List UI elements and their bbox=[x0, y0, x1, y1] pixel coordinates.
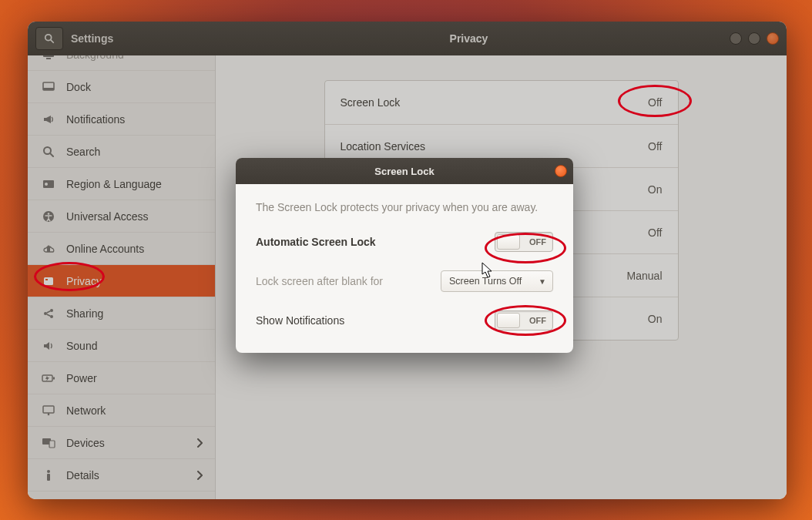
titlebar: Settings Privacy bbox=[28, 22, 787, 55]
svg-rect-25 bbox=[49, 441, 55, 448]
sidebar-item-network[interactable]: Network bbox=[28, 394, 215, 427]
sidebar-item-label: Background bbox=[66, 55, 124, 61]
svg-point-17 bbox=[50, 309, 53, 312]
privacy-row-label: Location Services bbox=[341, 140, 426, 153]
privacy-icon bbox=[42, 274, 55, 288]
sidebar-item-label: Devices bbox=[66, 437, 105, 449]
battery-icon bbox=[42, 371, 55, 385]
sidebar-item-online-accounts[interactable]: Online Accounts bbox=[28, 233, 215, 265]
sidebar-item-label: Universal Access bbox=[66, 210, 149, 223]
sidebar-item-region-language[interactable]: Region & Language bbox=[28, 168, 215, 200]
chevron-down-icon: ▼ bbox=[539, 277, 546, 286]
sidebar-item-label: Search bbox=[66, 146, 100, 158]
svg-rect-5 bbox=[43, 88, 54, 90]
details-icon bbox=[42, 468, 55, 482]
sidebar-item-label: Network bbox=[66, 404, 106, 417]
privacy-row-value: Off bbox=[648, 140, 662, 153]
sidebar-title: Settings bbox=[71, 32, 113, 45]
page-title: Privacy bbox=[450, 32, 488, 45]
auto-lock-value: OFF bbox=[529, 237, 546, 247]
cloud-icon bbox=[42, 242, 55, 256]
privacy-row-value: Off bbox=[648, 96, 662, 109]
share-icon bbox=[42, 307, 55, 320]
auto-lock-toggle[interactable]: OFF bbox=[495, 232, 553, 252]
sidebar-item-label: Region & Language bbox=[66, 178, 162, 190]
sidebar-item-privacy[interactable]: Privacy bbox=[28, 265, 215, 297]
svg-point-26 bbox=[47, 470, 50, 473]
svg-rect-23 bbox=[48, 413, 49, 414]
blank-lock-label: Lock screen after blank for bbox=[256, 275, 441, 287]
sidebar-item-power[interactable]: Power bbox=[28, 362, 215, 394]
sidebar-item-background[interactable]: Background bbox=[28, 55, 215, 71]
dialog-description: The Screen Lock protects your privacy wh… bbox=[256, 201, 553, 213]
chevron-right-icon bbox=[196, 438, 203, 448]
sidebar-item-label: Notifications bbox=[66, 113, 125, 126]
show-notifications-toggle[interactable]: OFF bbox=[495, 310, 553, 330]
sidebar-item-sharing[interactable]: Sharing bbox=[28, 297, 215, 330]
svg-rect-15 bbox=[45, 283, 52, 283]
sidebar-item-label: Privacy bbox=[66, 275, 102, 287]
maximize-button[interactable] bbox=[748, 32, 760, 45]
dialog-titlebar: Screen Lock bbox=[236, 158, 573, 184]
sidebar-item-label: Details bbox=[66, 469, 99, 481]
sidebar-item-details[interactable]: Details bbox=[28, 459, 215, 491]
svg-rect-2 bbox=[43, 55, 54, 57]
privacy-row-value: Manual bbox=[627, 270, 663, 282]
megaphone-icon bbox=[42, 112, 55, 126]
sidebar-item-universal-access[interactable]: Universal Access bbox=[28, 200, 215, 233]
svg-rect-20 bbox=[53, 377, 55, 379]
sidebar-item-label: Online Accounts bbox=[66, 243, 144, 255]
speaker-icon bbox=[42, 339, 55, 353]
sidebar-item-sound[interactable]: Sound bbox=[28, 330, 215, 362]
sidebar-item-label: Sound bbox=[66, 340, 97, 352]
chevron-right-icon bbox=[196, 471, 203, 480]
sidebar-item-label: Sharing bbox=[66, 307, 103, 320]
svg-rect-21 bbox=[43, 406, 54, 413]
blank-lock-value: Screen Turns Off bbox=[449, 276, 522, 287]
sidebar: BackgroundDockNotificationsSearchRegion … bbox=[28, 55, 216, 499]
show-notifications-label: Show Notifications bbox=[256, 314, 495, 327]
sidebar-item-dock[interactable]: Dock bbox=[28, 71, 215, 103]
search-button[interactable] bbox=[35, 27, 63, 50]
privacy-row[interactable]: Screen LockOff bbox=[325, 81, 678, 124]
network-icon bbox=[42, 404, 55, 418]
dialog-close-button[interactable] bbox=[555, 165, 567, 177]
devices-icon bbox=[42, 436, 55, 450]
svg-line-1 bbox=[51, 40, 53, 42]
svg-point-9 bbox=[45, 183, 48, 186]
sidebar-item-notifications[interactable]: Notifications bbox=[28, 103, 215, 136]
privacy-row-label: Screen Lock bbox=[341, 96, 401, 109]
sidebar-item-devices[interactable]: Devices bbox=[28, 427, 215, 459]
svg-point-11 bbox=[48, 213, 50, 215]
globe-icon bbox=[42, 177, 55, 191]
dock-icon bbox=[42, 80, 55, 94]
search-icon bbox=[42, 145, 55, 159]
sidebar-item-label: Power bbox=[66, 372, 97, 384]
svg-rect-14 bbox=[45, 281, 52, 282]
auto-lock-label: Automatic Screen Lock bbox=[256, 236, 495, 248]
svg-point-16 bbox=[44, 312, 47, 315]
privacy-row-value: Off bbox=[648, 226, 662, 239]
svg-rect-13 bbox=[45, 279, 48, 280]
svg-rect-3 bbox=[46, 58, 51, 59]
sidebar-item-search[interactable]: Search bbox=[28, 136, 215, 168]
blank-lock-dropdown[interactable]: Screen Turns Off ▼ bbox=[441, 270, 553, 292]
desktop-icon bbox=[42, 55, 55, 62]
privacy-row-value: On bbox=[648, 313, 663, 325]
svg-line-7 bbox=[50, 153, 53, 156]
minimize-button[interactable] bbox=[730, 32, 742, 45]
sidebar-item-label: Dock bbox=[66, 81, 91, 93]
screen-lock-dialog: Screen Lock The Screen Lock protects you… bbox=[236, 158, 573, 353]
dialog-title: Screen Lock bbox=[374, 166, 434, 177]
search-icon bbox=[44, 33, 55, 44]
privacy-row-value: On bbox=[648, 183, 663, 196]
close-button[interactable] bbox=[767, 32, 779, 45]
show-notifications-value: OFF bbox=[529, 316, 546, 325]
svg-point-18 bbox=[50, 315, 53, 318]
svg-rect-27 bbox=[47, 474, 50, 481]
accessibility-icon bbox=[42, 210, 55, 223]
